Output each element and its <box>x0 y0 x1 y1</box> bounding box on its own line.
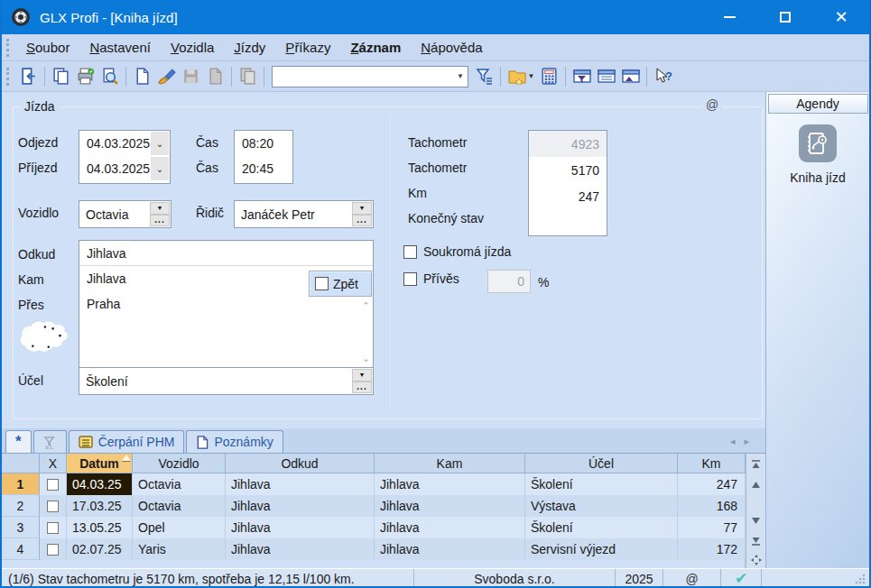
cell-kam[interactable]: Jihlava <box>375 495 525 517</box>
ellipsis-button[interactable]: ... <box>352 215 372 227</box>
cell-odkud[interactable]: Jihlava <box>226 517 375 538</box>
chevron-down-icon[interactable]: ▼ <box>528 72 535 80</box>
navigate-all-icon[interactable] <box>748 552 764 568</box>
col-kam[interactable]: Kam <box>375 454 525 473</box>
cell-vozidlo[interactable]: Octavia <box>133 473 226 495</box>
duplicate-button[interactable] <box>236 64 260 88</box>
col-km[interactable]: Km <box>678 454 746 473</box>
cell-km[interactable]: 168 <box>678 495 746 517</box>
kniha-jizd-button[interactable] <box>799 124 837 162</box>
go-next-icon[interactable] <box>748 512 764 528</box>
odjezd-date-field[interactable]: 04.03.2025 ⌄ <box>79 131 170 156</box>
menu-napoveda[interactable]: Nápověda <box>411 36 492 59</box>
row-checkbox[interactable] <box>40 538 67 560</box>
cell-kam[interactable]: Jihlava <box>375 517 525 538</box>
cell-kam[interactable]: Jihlava <box>375 538 525 560</box>
cell-datum[interactable]: 17.03.25 <box>67 495 133 517</box>
menubar-grip[interactable] <box>6 39 9 57</box>
km-field[interactable]: 247 <box>529 183 607 209</box>
col-odkud[interactable]: Odkud <box>226 454 375 473</box>
cell-km[interactable]: 77 <box>678 517 746 538</box>
row-number[interactable]: 3 <box>2 517 40 538</box>
cas-prijezd-field[interactable]: 20:45 <box>235 156 292 181</box>
toolbar-grip[interactable] <box>6 68 9 86</box>
scroll-up-icon[interactable]: ⌃ <box>362 300 370 312</box>
cell-odkud[interactable]: Jihlava <box>226 538 375 560</box>
cell-km[interactable]: 247 <box>678 473 746 495</box>
filter-button[interactable] <box>472 64 496 88</box>
cell-odkud[interactable]: Jihlava <box>226 473 375 495</box>
print-button[interactable] <box>73 64 97 88</box>
cell-kam[interactable]: Jihlava <box>375 473 525 495</box>
ridic-combobox[interactable]: Janáček Petr ▼... <box>234 200 374 228</box>
vozidlo-combobox[interactable]: Octavia ▼... <box>79 200 171 228</box>
close-button[interactable]: ✕ <box>813 0 869 34</box>
view-panel-button[interactable] <box>618 64 643 88</box>
row-number[interactable]: 4 <box>2 538 40 560</box>
menu-zaznam[interactable]: Záznam <box>340 36 411 59</box>
chevron-down-icon[interactable]: ▼ <box>150 202 170 215</box>
prives-checkbox[interactable]: Přívěs <box>403 271 459 286</box>
scroll-down-icon[interactable]: ⌄ <box>362 353 370 364</box>
delete-record-button[interactable] <box>203 64 227 88</box>
table-row[interactable]: 2 17.03.25 Octavia Jihlava Jihlava Výsta… <box>2 495 746 517</box>
view-detail-button[interactable] <box>594 64 618 88</box>
open-agenda-button[interactable]: ▼ <box>505 64 537 88</box>
ucel-combobox[interactable]: Školení ▼... <box>79 367 374 395</box>
czech-map-icon[interactable] <box>15 316 71 363</box>
col-x[interactable]: X <box>40 454 67 473</box>
cell-datum[interactable]: 02.07.25 <box>67 538 133 560</box>
prijezd-date-field[interactable]: 04.03.2025 ⌄ <box>79 156 170 181</box>
cell-datum[interactable]: 13.05.25 <box>67 517 133 538</box>
edit-record-button[interactable] <box>154 64 179 88</box>
row-checkbox[interactable] <box>40 495 67 517</box>
table-row[interactable]: 4 02.07.25 Yaris Jihlava Jihlava Servisn… <box>2 538 746 560</box>
row-number[interactable]: 2 <box>2 495 40 517</box>
go-prev-icon[interactable] <box>748 476 764 492</box>
row-checkbox[interactable] <box>40 517 67 538</box>
cas-odjezd-field[interactable]: 08:20 <box>235 131 292 156</box>
cell-ucel[interactable]: Školení <box>525 473 678 495</box>
tab-scroll-left-icon[interactable]: ◂ <box>730 436 745 446</box>
soukroma-jizda-checkbox[interactable]: Soukromá jízda <box>403 244 511 259</box>
tachometr-end-field[interactable]: 5170 <box>529 157 607 183</box>
copy-button[interactable] <box>49 64 73 88</box>
menu-soubor[interactable]: Soubor <box>16 36 79 59</box>
cell-vozidlo[interactable]: Octavia <box>133 495 226 517</box>
tab-new[interactable]: * <box>5 430 32 453</box>
chevron-down-icon[interactable]: ▼ <box>352 202 372 215</box>
context-help-button[interactable]: ? <box>651 64 675 88</box>
ellipsis-button[interactable]: ... <box>150 215 170 227</box>
menu-jizdy[interactable]: Jízdy <box>224 36 275 59</box>
zpet-checkbox[interactable]: Zpět <box>309 271 372 297</box>
tab-cerpani-phm[interactable]: Čerpání PHM <box>69 430 185 453</box>
tab-filter[interactable] <box>33 430 67 453</box>
cell-odkud[interactable]: Jihlava <box>226 495 375 517</box>
chevron-down-icon[interactable]: ▼ <box>352 369 372 381</box>
table-row[interactable]: 1 04.03.25 Octavia Jihlava Jihlava Škole… <box>2 473 746 495</box>
resize-grip-icon[interactable] <box>854 573 866 585</box>
go-first-icon[interactable] <box>748 456 764 473</box>
ellipsis-button[interactable]: ... <box>352 381 372 394</box>
go-last-icon[interactable] <box>748 532 764 548</box>
new-record-button[interactable] <box>130 64 154 88</box>
chevron-down-icon[interactable]: ⌄ <box>151 157 169 180</box>
row-number[interactable]: 1 <box>2 473 40 495</box>
preview-button[interactable] <box>97 64 122 88</box>
cell-km[interactable]: 172 <box>678 538 746 560</box>
tab-poznamky[interactable]: Poznámky <box>186 430 283 453</box>
cell-ucel[interactable]: Školení <box>525 517 678 538</box>
chevron-down-icon[interactable]: ⌄ <box>151 132 169 155</box>
minimize-button[interactable] <box>701 0 757 34</box>
col-vozidlo[interactable]: Vozidlo <box>133 454 226 473</box>
konecny-stav-field[interactable] <box>529 209 607 235</box>
save-record-button[interactable] <box>179 64 203 88</box>
row-checkbox[interactable] <box>40 473 67 495</box>
table-row[interactable]: 3 13.05.25 Opel Jihlava Jihlava Školení … <box>2 517 746 538</box>
exit-button[interactable] <box>16 64 41 88</box>
calculator-button[interactable] <box>537 64 561 88</box>
menu-prikazy[interactable]: Příkazy <box>275 36 340 59</box>
cell-ucel[interactable]: Servisní výjezd <box>525 538 678 560</box>
search-combobox[interactable]: ▼ <box>272 66 468 87</box>
agendy-header[interactable]: Agendy <box>768 94 868 114</box>
